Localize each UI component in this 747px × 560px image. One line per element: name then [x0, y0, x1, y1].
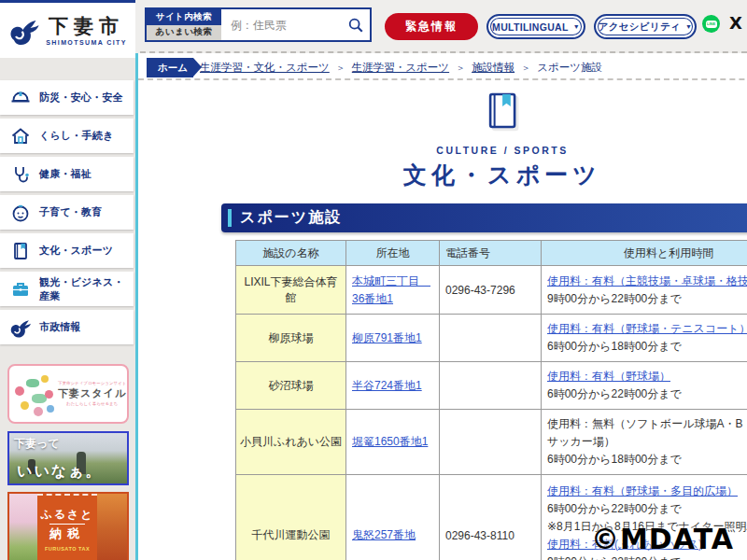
fee-link[interactable]: 使用料：有料（野球場・多目的広場）: [547, 484, 738, 497]
fee-link[interactable]: 使用料：有料（主競技場・卓球場・格技場）: [547, 274, 747, 287]
fee-line: 使用料：有料（野球場・テニスコート）: [547, 320, 747, 338]
fee-link[interactable]: 使用料：有料（野球場）: [547, 370, 670, 383]
sidebar-item-kosodate[interactable]: 子育て・教育: [0, 195, 134, 230]
stethoscope-icon: [9, 163, 32, 186]
page-title-block: CULTURE / SPORTS 文化・スポーツ: [403, 89, 601, 190]
sports-facility-table: 施設の名称 所在地 電話番号 使用料と利用時間 LIXIL下妻総合体育館本城町三…: [235, 240, 747, 560]
tab-site-search[interactable]: サイト内検索: [147, 9, 221, 25]
city-bird-logo-icon: [8, 15, 40, 47]
address-link[interactable]: 堀篭1650番地1: [352, 435, 428, 448]
search-input[interactable]: [221, 9, 342, 40]
chevron-down-icon: ▼: [685, 23, 692, 30]
main-content: ホーム 生涯学習・文化・スポーツ ＞ 生涯学習・スポーツ ＞ 施設情報 ＞ スポ…: [135, 53, 747, 560]
breadcrumb: ホーム 生涯学習・文化・スポーツ ＞ 生涯学習・スポーツ ＞ 施設情報 ＞ スポ…: [147, 58, 602, 77]
breadcrumb-separator: ＞: [456, 62, 465, 75]
facility-name: 柳原球場: [236, 315, 346, 362]
sidebar-item-shisei[interactable]: 市政情報: [0, 310, 134, 344]
facility-fee-cell: 使用料：有料（野球場）6時00分から22時00分まで: [542, 362, 747, 410]
fee-text: 6時00分から18時00分まで: [547, 338, 747, 356]
address-link[interactable]: 本城町三丁目 36番地1: [352, 274, 430, 305]
page-title-eyebrow: CULTURE / SPORTS: [403, 145, 601, 156]
table-row: 柳原球場柳原791番地1使用料：有料（野球場・テニスコート）6時00分から18時…: [236, 315, 747, 362]
facility-fee-cell: 使用料：有料（野球場・テニスコート）6時00分から18時00分まで: [542, 315, 747, 362]
sidebar-item-bousai[interactable]: 防災・安心・安全: [0, 80, 134, 115]
facility-name: 千代川運動公園: [236, 475, 346, 560]
page-title: 文化・スポーツ: [403, 160, 601, 190]
emergency-info-button[interactable]: 緊急情報: [385, 13, 478, 40]
facility-address-cell: 柳原791番地1: [346, 315, 440, 362]
search-button[interactable]: [342, 9, 370, 40]
facility-phone: [440, 410, 542, 475]
facility-phone: [440, 362, 542, 410]
fee-text: 6時00分から18時00分まで: [547, 451, 747, 469]
col-header-fee: 使用料と利用時間: [542, 241, 747, 266]
address-link[interactable]: 半谷724番地1: [352, 379, 422, 392]
address-link[interactable]: 柳原791番地1: [352, 331, 422, 344]
facility-name: LIXIL下妻総合体育館: [236, 266, 346, 315]
facility-address-cell: 本城町三丁目 36番地1: [346, 266, 440, 315]
cherry-blossom-photo: [9, 494, 37, 560]
facility-fee-cell: 使用料：有料（主競技場・卓球場・格技場）9時00分から22時00分まで: [542, 266, 747, 315]
fee-text: 6時00分から22時00分まで: [547, 500, 747, 518]
city-name-en: SHIMOTSUMA CITY: [46, 39, 126, 46]
illustration: [13, 370, 56, 418]
multilingual-dropdown[interactable]: MULTILINGUAL ▼: [486, 14, 585, 39]
col-header-address: 所在地: [346, 241, 440, 266]
fee-line: 使用料：有料（野球場）: [547, 368, 747, 385]
banner-furusato-tax[interactable]: ふるさと 納税 FURUSATO TAX: [7, 492, 129, 560]
facility-address-cell: 堀篭1650番地1: [346, 410, 440, 475]
facility-phone: [440, 315, 542, 362]
search-icon: [347, 17, 364, 34]
sidebar-item-kurashi[interactable]: くらし・手続き: [0, 119, 134, 153]
site-logo[interactable]: 下妻市 SHIMOTSUMA CITY: [0, 0, 135, 58]
breadcrumb-divider: [138, 78, 747, 80]
sidebar-item-bunka[interactable]: 文化・スポーツ: [0, 233, 134, 268]
heading-accent: [228, 209, 232, 227]
facility-table-body: LIXIL下妻総合体育館本城町三丁目 36番地10296-43-7296使用料：…: [236, 266, 747, 560]
fee-line: 使用料：有料（野球場・多目的広場）: [547, 483, 747, 500]
chevron-down-icon: ▼: [573, 23, 580, 30]
table-row: 砂沼球場半谷724番地1使用料：有料（野球場）6時00分から22時00分まで: [236, 362, 747, 410]
book-icon: [9, 240, 32, 262]
facility-phone: 0296-43-7296: [440, 266, 542, 315]
helmet-icon: [9, 87, 32, 109]
breadcrumb-current: スポーツ施設: [537, 61, 602, 75]
breadcrumb-link[interactable]: 施設情報: [472, 61, 514, 75]
breadcrumb-link[interactable]: 生涯学習・スポーツ: [352, 61, 449, 75]
breadcrumb-separator: ＞: [521, 62, 530, 75]
banner-shimotsuma-movie[interactable]: 下妻って いいなぁ。: [7, 431, 129, 485]
fee-text: 6時00分から22時00分まで: [547, 385, 747, 403]
fee-text: サッカー場）: [547, 433, 747, 451]
city-mark-icon: [9, 316, 32, 339]
watermark: ©MDATA: [591, 523, 734, 555]
section-heading: スポーツ施設: [221, 203, 747, 232]
facility-address-cell: 鬼怒257番地: [346, 475, 440, 560]
facility-phone: 0296-43-8110: [440, 475, 542, 560]
fee-text: 9時00分から22時00分まで: [547, 290, 747, 308]
flower-field-photo: [97, 494, 127, 560]
briefcase-icon: [9, 278, 32, 301]
site-search: サイト内検索 あいまい検索: [145, 7, 372, 42]
tab-fuzzy-search[interactable]: あいまい検索: [147, 25, 221, 41]
address-link[interactable]: 鬼怒257番地: [352, 528, 416, 541]
col-header-phone: 電話番号: [440, 241, 542, 266]
table-row: 小貝川ふれあい公園堀篭1650番地1使用料：無料（ソフトボール球場A・B・C・D…: [236, 410, 747, 475]
facility-name: 小貝川ふれあい公園: [236, 410, 346, 475]
sidebar-item-kanko[interactable]: 観光・ビジネス・産業: [0, 272, 134, 306]
fee-link[interactable]: 使用料：有料（野球場・テニスコート）: [547, 322, 747, 335]
breadcrumb-link[interactable]: 生涯学習・文化・スポーツ: [200, 61, 330, 75]
fee-line: 使用料：有料（主競技場・卓球場・格技場）: [547, 273, 747, 290]
x-social-icon[interactable]: X: [729, 13, 742, 33]
breadcrumb-home[interactable]: ホーム: [147, 58, 193, 77]
sidebar: 防災・安心・安全 くらし・手続き 健康・福祉: [0, 58, 135, 560]
culture-book-icon: [480, 89, 525, 133]
col-header-name: 施設の名称: [236, 241, 346, 266]
table-row: LIXIL下妻総合体育館本城町三丁目 36番地10296-43-7296使用料：…: [236, 266, 747, 315]
fee-text: 使用料：無料（ソフトボール球場A・B・C・D、: [547, 415, 747, 433]
facility-name: 砂沼球場: [236, 362, 346, 410]
accessibility-dropdown[interactable]: アクセシビリティ ▼: [594, 14, 697, 39]
line-social-icon[interactable]: LINE: [702, 15, 720, 33]
sidebar-item-kenko[interactable]: 健康・福祉: [0, 157, 134, 191]
banner-shimotsuma-style[interactable]: 下妻市シティプロモーションサイト 下妻スタイル わたしらしく暮らせるまち: [7, 364, 129, 424]
page: 下妻市 SHIMOTSUMA CITY サイト内検索 あいまい検索 緊急情報 M…: [0, 0, 747, 560]
